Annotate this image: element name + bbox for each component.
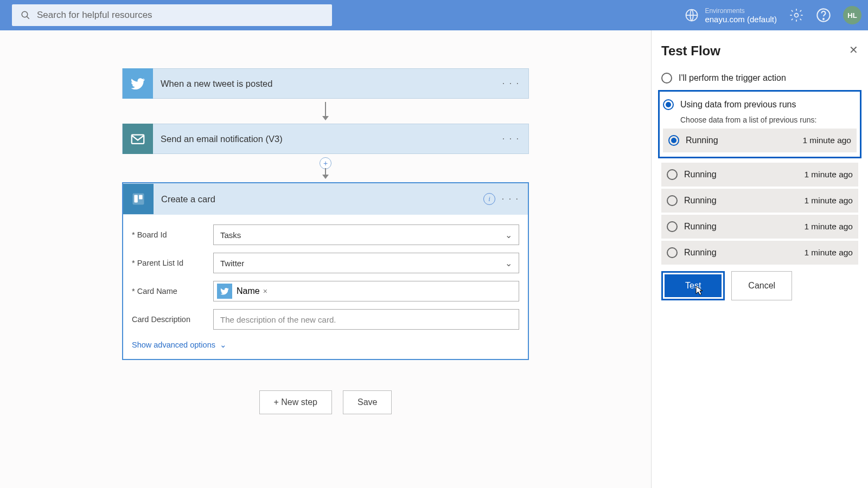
previous-runs-sublabel: Choose data from a list of previous runs… — [680, 115, 857, 124]
remove-token-icon[interactable]: × — [263, 287, 267, 296]
test-flow-panel: Test Flow ✕ I'll perform the trigger act… — [651, 30, 868, 488]
chevron-down-icon: ⌄ — [505, 258, 512, 268]
card-name-input[interactable]: Name × — [213, 281, 519, 301]
twitter-icon — [123, 68, 153, 99]
environment-picker[interactable]: Environments enayu.com (default) — [684, 7, 777, 24]
trello-icon — [123, 184, 154, 214]
connector-arrow-plus: + — [122, 157, 529, 179]
svg-rect-9 — [139, 195, 142, 199]
search-box[interactable] — [12, 4, 332, 26]
env-name: enayu.com (default) — [705, 15, 777, 24]
svg-line-1 — [27, 16, 29, 19]
board-id-label: * Board Id — [132, 230, 213, 239]
trigger-title: When a new tweet is posted — [153, 79, 272, 89]
search-input[interactable] — [37, 10, 323, 21]
action-trello-title: Create a card — [154, 194, 215, 204]
card-name-label: * Card Name — [132, 287, 213, 296]
option-perform-trigger[interactable]: I'll perform the trigger action — [661, 68, 858, 88]
dynamic-token-name[interactable]: Name × — [217, 284, 267, 299]
run-item[interactable]: Running1 minute ago — [661, 189, 858, 213]
svg-rect-6 — [132, 135, 144, 144]
option-previous-runs-highlight: Using data from previous runs Choose dat… — [658, 90, 861, 158]
radio-icon — [668, 135, 679, 146]
more-icon[interactable]: · · · — [502, 79, 520, 88]
card-description-label: Card Description — [132, 315, 213, 324]
env-label: Environments — [705, 7, 777, 15]
top-bar: Environments enayu.com (default) HL — [0, 0, 868, 30]
run-item[interactable]: Running1 minute ago — [661, 241, 858, 265]
show-advanced-link[interactable]: Show advanced options ⌄ — [132, 337, 227, 354]
more-icon[interactable]: · · · — [502, 134, 520, 144]
more-icon[interactable]: · · · — [502, 194, 519, 204]
test-button[interactable]: Test — [665, 274, 722, 297]
run-list: Running1 minute ago — [663, 129, 857, 152]
action-trello-header[interactable]: Create a card i · · · — [123, 183, 528, 215]
run-item[interactable]: Running1 minute ago — [661, 215, 858, 239]
connector-arrow — [122, 102, 529, 120]
help-icon[interactable] — [816, 8, 831, 23]
parent-list-label: * Parent List Id — [132, 259, 213, 267]
action-trello-card: Create a card i · · · * Board Id Tasks ⌄… — [122, 182, 529, 360]
radio-icon — [661, 73, 672, 84]
mail-icon — [123, 124, 153, 154]
svg-point-3 — [795, 14, 799, 17]
environment-icon — [684, 8, 699, 23]
radio-icon — [667, 169, 678, 180]
run-item[interactable]: Running1 minute ago — [661, 163, 858, 187]
radio-icon — [667, 221, 678, 232]
parent-list-select[interactable]: Twitter ⌄ — [213, 253, 519, 273]
save-button[interactable]: Save — [343, 390, 392, 414]
svg-rect-8 — [134, 195, 137, 202]
radio-icon — [667, 195, 678, 206]
radio-icon — [663, 99, 674, 110]
radio-icon — [667, 247, 678, 258]
add-step-icon[interactable]: + — [320, 157, 331, 169]
trigger-card[interactable]: When a new tweet is posted · · · — [122, 68, 529, 99]
gear-icon[interactable] — [789, 8, 804, 23]
search-icon — [21, 10, 30, 20]
svg-point-0 — [22, 11, 28, 17]
info-icon[interactable]: i — [483, 193, 495, 205]
close-icon[interactable]: ✕ — [849, 43, 858, 56]
test-button-highlight: Test — [661, 271, 725, 300]
flow-canvas: When a new tweet is posted · · · Send an… — [0, 30, 651, 488]
avatar[interactable]: HL — [843, 6, 861, 24]
card-description-input[interactable]: The description of the new card. — [213, 309, 519, 330]
chevron-down-icon: ⌄ — [220, 341, 227, 349]
panel-title: Test Flow — [661, 43, 858, 59]
run-item[interactable]: Running1 minute ago — [663, 129, 857, 152]
option-previous-runs[interactable]: Using data from previous runs — [663, 95, 857, 114]
action-email-card[interactable]: Send an email notification (V3) · · · — [122, 124, 529, 154]
chevron-down-icon: ⌄ — [505, 230, 512, 240]
svg-point-5 — [823, 18, 824, 20]
action-email-title: Send an email notification (V3) — [153, 134, 283, 144]
board-id-select[interactable]: Tasks ⌄ — [213, 224, 519, 245]
new-step-button[interactable]: + New step — [259, 390, 332, 414]
cancel-button[interactable]: Cancel — [731, 271, 792, 300]
